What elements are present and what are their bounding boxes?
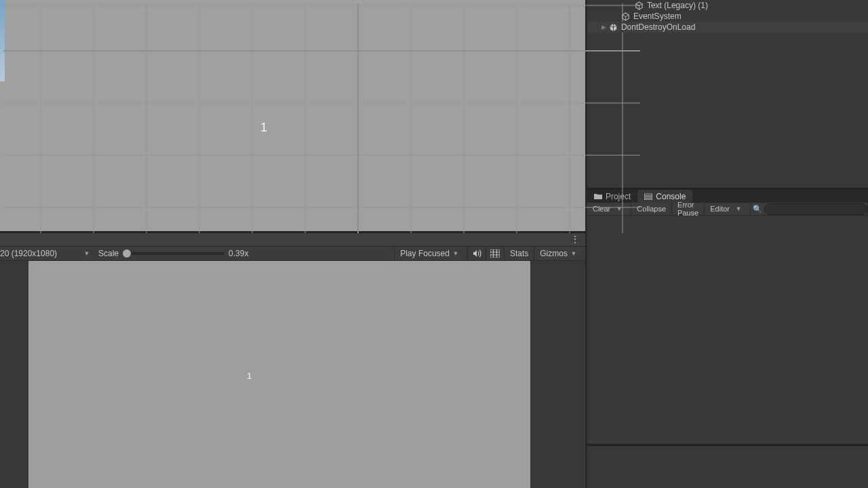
grid-icon <box>490 249 500 258</box>
unity-scene-icon <box>609 22 618 32</box>
play-mode-label: Play Focused <box>400 249 450 258</box>
svg-rect-17 <box>490 249 500 258</box>
chevron-down-icon: ▼ <box>732 205 745 212</box>
cube-outline-icon <box>621 12 631 21</box>
panel-menu-kebab-icon[interactable]: ⋮ <box>570 235 580 244</box>
hierarchy-item-text-legacy-1[interactable]: Text (Legacy) (1) <box>587 0 868 11</box>
hierarchy-item-label: EventSystem <box>633 12 682 21</box>
search-icon: 🔍 <box>751 205 764 214</box>
chevron-down-icon: ▼ <box>450 250 462 257</box>
hierarchy-item-label: DontDestroyOnLoad <box>621 22 695 32</box>
scale-value: 0.39x <box>229 249 256 258</box>
console-editor-label: Editor <box>710 205 730 213</box>
stats-button[interactable]: Stats <box>504 246 534 261</box>
scale-label: Scale <box>93 249 123 258</box>
hierarchy-item-eventsystem[interactable]: EventSystem <box>587 11 868 22</box>
console-body[interactable] <box>587 216 868 488</box>
console-error-pause-label: Error Pause <box>677 201 698 217</box>
game-canvas: 1 <box>28 261 530 488</box>
scale-slider[interactable] <box>123 252 224 255</box>
mute-audio-button[interactable] <box>467 246 486 261</box>
console-editor-dropdown[interactable]: Editor ▼ <box>705 203 751 216</box>
hierarchy-item-dontdestroyonload[interactable]: ▶ DontDestroyOnLoad <box>587 22 868 33</box>
console-icon <box>644 193 652 200</box>
scale-slider-thumb[interactable] <box>123 249 131 258</box>
play-mode-dropdown[interactable]: Play Focused ▼ <box>394 246 467 261</box>
chevron-down-icon: ▼ <box>568 250 580 257</box>
aspect-grid-button[interactable] <box>486 246 504 261</box>
expand-arrow-icon[interactable]: ▶ <box>601 24 606 30</box>
gizmos-label: Gizmos <box>540 249 568 258</box>
scene-panel-footer: ⋮ <box>0 233 585 246</box>
scene-overlay-number: 1 <box>260 121 267 135</box>
game-overlay-number: 1 <box>247 371 252 381</box>
resolution-dropdown[interactable]: 20 (1920x1080) ▼ <box>0 246 93 261</box>
gizmos-dropdown[interactable]: Gizmos ▼ <box>534 246 585 261</box>
console-detail-pane <box>587 446 868 487</box>
resolution-label: 20 (1920x1080) <box>0 249 81 258</box>
stats-label: Stats <box>510 249 528 258</box>
console-collapse-label: Collapse <box>637 205 666 213</box>
scene-view[interactable]: 1 <box>0 0 585 233</box>
hierarchy-item-label: Text (Legacy) (1) <box>647 1 708 10</box>
game-view[interactable]: 1 <box>0 261 585 488</box>
console-error-pause-toggle[interactable]: Error Pause <box>672 203 705 216</box>
tab-console-label: Console <box>656 192 686 201</box>
console-search-input[interactable] <box>764 203 867 215</box>
game-view-toolbar: 20 (1920x1080) ▼ Scale 0.39x Play Focuse… <box>0 246 585 261</box>
scene-grid <box>3 3 640 233</box>
chevron-down-icon: ▼ <box>81 250 93 257</box>
console-search[interactable]: 🔍 <box>751 203 868 216</box>
speaker-icon <box>472 249 481 258</box>
cube-outline-icon <box>635 1 644 10</box>
